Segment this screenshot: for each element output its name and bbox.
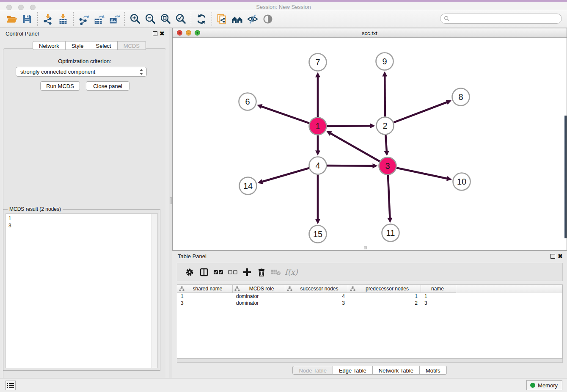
import-table-icon[interactable]: [55, 12, 71, 26]
node-4[interactable]: 4: [309, 157, 327, 174]
column-view-icon[interactable]: [197, 265, 211, 279]
mcds-result-text[interactable]: 1 3: [6, 213, 158, 368]
task-list-icon: [7, 383, 14, 389]
node-2[interactable]: 2: [377, 117, 394, 135]
first-neighbors-icon[interactable]: [230, 12, 245, 26]
node-1[interactable]: 1: [309, 118, 327, 135]
edge-2-8[interactable]: [394, 101, 449, 122]
search-input[interactable]: [450, 14, 561, 23]
table-tab-motifs[interactable]: Motifs: [420, 366, 447, 375]
memory-button[interactable]: Memory: [526, 380, 562, 390]
edge-3-1[interactable]: [329, 133, 380, 162]
node-table-body[interactable]: 1dominator4113dominator323: [177, 293, 562, 306]
table-tab-edge-table[interactable]: Edge Table: [333, 366, 373, 375]
edge-3-11[interactable]: [388, 175, 390, 220]
control-panel-title: Control Panel: [6, 30, 39, 37]
close-panel-button[interactable]: Close panel: [86, 81, 129, 91]
tab-style[interactable]: Style: [66, 41, 90, 50]
criterion-dropdown[interactable]: strongly connected component: [16, 67, 147, 77]
table-cell[interactable]: dominator: [233, 293, 285, 300]
table-row[interactable]: 1dominator411: [177, 293, 562, 300]
node-11[interactable]: 11: [382, 224, 399, 242]
network-resize-grip[interactable]: [364, 246, 367, 249]
node-6[interactable]: 6: [239, 93, 256, 110]
overview-panel-edge[interactable]: [564, 116, 567, 238]
node-table-header[interactable]: shared nameMCDS rolesuccessor nodesprede…: [177, 285, 562, 293]
column-header-name[interactable]: name: [421, 285, 456, 293]
node-table[interactable]: shared nameMCDS rolesuccessor nodesprede…: [177, 284, 563, 359]
edge-3-10[interactable]: [396, 168, 449, 179]
hide-selected-icon[interactable]: [245, 12, 260, 26]
graph-edges[interactable]: [259, 74, 449, 221]
edge-2-9[interactable]: [385, 74, 385, 116]
select-all-checkboxes-icon[interactable]: [211, 265, 226, 279]
search-field[interactable]: [440, 14, 562, 24]
network-view-titlebar[interactable]: × – + scc.txt: [173, 28, 567, 38]
table-cell[interactable]: 2: [348, 300, 421, 306]
node-8[interactable]: 8: [452, 88, 470, 106]
tab-mcds[interactable]: MCDS: [118, 41, 146, 50]
run-mcds-button[interactable]: Run MCDS: [40, 81, 80, 91]
apply-layout-icon[interactable]: [194, 12, 209, 26]
export-table-icon[interactable]: [91, 12, 107, 26]
close-panel-icon[interactable]: ✖: [160, 30, 165, 37]
zoom-out-icon[interactable]: [143, 12, 158, 26]
settings-gear-icon[interactable]: [182, 265, 197, 279]
edge-1-6[interactable]: [259, 106, 309, 123]
edge-2-3[interactable]: [385, 135, 387, 153]
svg-text:4: 4: [315, 161, 320, 170]
table-float-panel-icon[interactable]: [550, 254, 555, 259]
delete-column-icon[interactable]: [254, 265, 269, 279]
edge-4-14[interactable]: [260, 168, 309, 182]
table-cell[interactable]: dominator: [233, 300, 285, 306]
table-tab-node-table[interactable]: Node Table: [292, 366, 333, 375]
mcds-result-scrollbar[interactable]: [151, 214, 157, 368]
save-session-icon[interactable]: [19, 12, 35, 26]
column-header-predecessor-nodes[interactable]: predecessor nodes: [348, 285, 421, 293]
function-builder-icon[interactable]: f(x): [285, 268, 298, 276]
column-header-shared-name[interactable]: shared name: [177, 285, 233, 293]
export-network-icon[interactable]: [76, 12, 91, 26]
show-all-icon[interactable]: [260, 12, 275, 26]
column-header-successor-nodes[interactable]: successor nodes: [285, 285, 348, 293]
splitter-grip[interactable]: [170, 197, 172, 204]
import-network-icon[interactable]: [40, 12, 55, 26]
tab-select[interactable]: Select: [90, 41, 118, 50]
edge-4-3[interactable]: [327, 166, 375, 166]
column-header-MCDS-role[interactable]: MCDS role: [233, 285, 285, 293]
tab-network[interactable]: Network: [33, 41, 66, 50]
table-cell[interactable]: 3: [421, 300, 456, 306]
clone-network-icon[interactable]: [215, 12, 230, 26]
table-cell[interactable]: 1: [177, 293, 233, 300]
export-image-icon[interactable]: [107, 12, 122, 26]
deselect-all-checkboxes-icon[interactable]: [226, 265, 240, 279]
node-10[interactable]: 10: [453, 173, 471, 190]
svg-text:15: 15: [313, 229, 322, 239]
float-panel-icon[interactable]: [153, 31, 157, 36]
table-row[interactable]: 3dominator323: [177, 300, 562, 306]
column-label: shared name: [184, 286, 232, 292]
node-3[interactable]: 3: [379, 157, 396, 175]
table-scrollbar[interactable]: [177, 359, 563, 363]
node-7[interactable]: 7: [309, 54, 327, 71]
table-close-panel-icon[interactable]: ✖: [558, 253, 563, 259]
table-tab-network-table[interactable]: Network Table: [373, 366, 420, 375]
node-15[interactable]: 15: [309, 226, 327, 243]
zoom-selected-icon[interactable]: [173, 12, 188, 26]
node-14[interactable]: 14: [239, 177, 257, 195]
table-cell[interactable]: 3: [177, 300, 233, 306]
add-column-icon[interactable]: [240, 265, 254, 279]
delete-table-icon[interactable]: [269, 265, 283, 279]
table-cell[interactable]: 3: [285, 300, 348, 306]
table-cell[interactable]: 1: [348, 293, 421, 300]
task-history-button[interactable]: [6, 381, 16, 390]
zoom-in-icon[interactable]: [127, 12, 143, 26]
table-cell[interactable]: 4: [285, 293, 348, 300]
edge-1-2[interactable]: [327, 126, 372, 126]
open-folder-icon[interactable]: [4, 12, 19, 26]
network-graph-canvas[interactable]: 7968124314101511: [173, 38, 567, 250]
node-9[interactable]: 9: [376, 53, 394, 70]
panel-splitter[interactable]: [169, 28, 172, 378]
zoom-fit-icon[interactable]: [158, 12, 173, 26]
table-cell[interactable]: 1: [421, 293, 456, 300]
